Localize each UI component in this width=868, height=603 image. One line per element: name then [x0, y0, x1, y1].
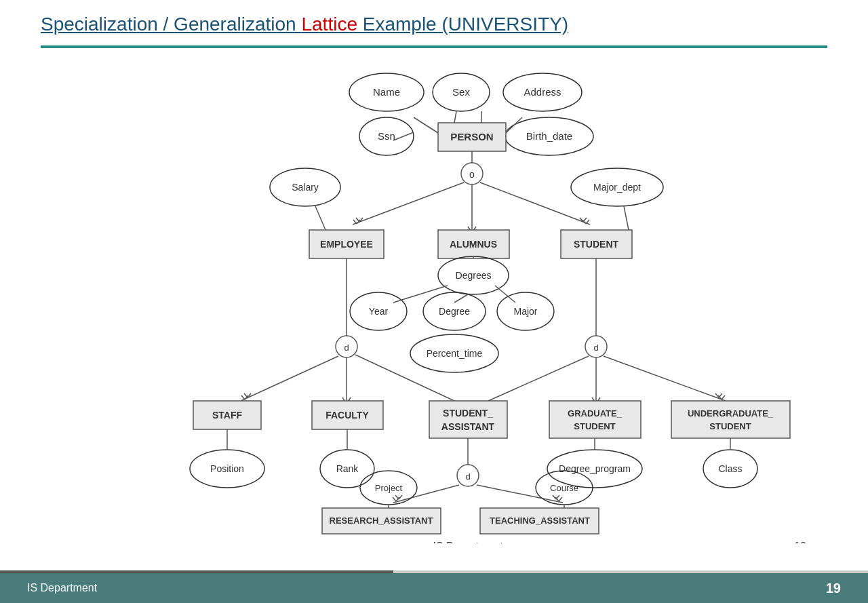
svg-text:Class: Class: [718, 463, 742, 474]
svg-line-58: [454, 294, 468, 303]
svg-line-85: [604, 356, 726, 401]
svg-line-47: [624, 206, 629, 230]
svg-text:STUDENT: STUDENT: [574, 421, 615, 431]
svg-text:d: d: [465, 471, 470, 482]
svg-line-121: [393, 497, 396, 501]
svg-text:STUDENT_: STUDENT_: [443, 408, 493, 419]
svg-text:Position: Position: [210, 463, 244, 474]
footer-page-number: 19: [826, 581, 841, 596]
svg-line-15: [506, 117, 522, 133]
svg-line-12: [414, 117, 438, 133]
svg-text:STUDENT: STUDENT: [709, 421, 751, 431]
svg-text:Sex: Sex: [452, 86, 470, 98]
svg-line-79: [488, 356, 589, 401]
svg-text:PERSON: PERSON: [450, 131, 493, 142]
svg-text:Rank: Rank: [336, 463, 359, 474]
svg-text:Course: Course: [550, 483, 578, 493]
svg-text:Percent_time: Percent_time: [427, 348, 483, 359]
svg-text:RESEARCH_ASSISTANT: RESEARCH_ASSISTANT: [330, 516, 433, 526]
slide-title: Specialization / Generalization Lattice …: [41, 14, 827, 35]
svg-text:ALUMNUS: ALUMNUS: [450, 239, 497, 250]
er-diagram: Name Sex Address Ssn Birth_date PERSON: [41, 55, 827, 543]
svg-text:Ssn: Ssn: [378, 130, 395, 142]
svg-text:Major: Major: [513, 306, 537, 317]
svg-text:ASSISTANT: ASSISTANT: [441, 421, 495, 432]
svg-line-13: [454, 111, 456, 123]
svg-text:FACULTY: FACULTY: [326, 410, 369, 421]
footer-bar: IS Department 19: [0, 573, 868, 603]
svg-text:Salary: Salary: [292, 182, 319, 193]
svg-line-71: [241, 395, 245, 400]
svg-rect-94: [429, 401, 507, 438]
svg-text:Name: Name: [373, 86, 400, 98]
svg-text:TEACHING_ASSISTANT: TEACHING_ASSISTANT: [490, 516, 590, 526]
svg-rect-97: [549, 401, 641, 438]
svg-text:d: d: [593, 343, 598, 353]
svg-text:UNDERGRADUATE_: UNDERGRADUATE_: [688, 408, 774, 419]
svg-line-21: [353, 182, 464, 225]
svg-text:EMPLOYEE: EMPLOYEE: [320, 239, 373, 250]
diagram-area: Name Sex Address Ssn Birth_date PERSON: [41, 55, 827, 543]
svg-text:Degree_program: Degree_program: [559, 463, 631, 474]
svg-line-118: [393, 485, 459, 503]
svg-text:o: o: [469, 169, 475, 180]
svg-line-57: [393, 286, 448, 303]
svg-rect-100: [671, 401, 790, 438]
svg-text:Year: Year: [369, 306, 389, 317]
svg-text:GRADUATE_: GRADUATE_: [568, 408, 623, 419]
svg-line-126: [559, 497, 562, 501]
svg-text:d: d: [344, 343, 349, 353]
svg-text:Birth_date: Birth_date: [526, 130, 572, 142]
title-divider: [41, 45, 827, 48]
svg-text:Degree: Degree: [439, 306, 470, 317]
svg-text:STAFF: STAFF: [212, 410, 243, 421]
svg-line-88: [722, 395, 725, 400]
svg-line-68: [241, 356, 338, 401]
svg-text:IS Department: IS Department: [433, 541, 503, 543]
svg-text:Degrees: Degrees: [456, 270, 492, 281]
svg-line-78: [355, 355, 454, 401]
svg-text:Address: Address: [524, 86, 561, 98]
svg-line-46: [315, 206, 326, 230]
svg-text:18: 18: [794, 541, 806, 543]
svg-text:Major_dept: Major_dept: [593, 182, 641, 193]
svg-text:Project: Project: [375, 483, 403, 493]
svg-text:STUDENT: STUDENT: [574, 239, 619, 250]
svg-line-16: [393, 132, 414, 140]
footer-label: IS Department: [27, 582, 97, 594]
svg-line-31: [480, 182, 590, 225]
slide-content: Specialization / Generalization Lattice …: [0, 0, 868, 573]
